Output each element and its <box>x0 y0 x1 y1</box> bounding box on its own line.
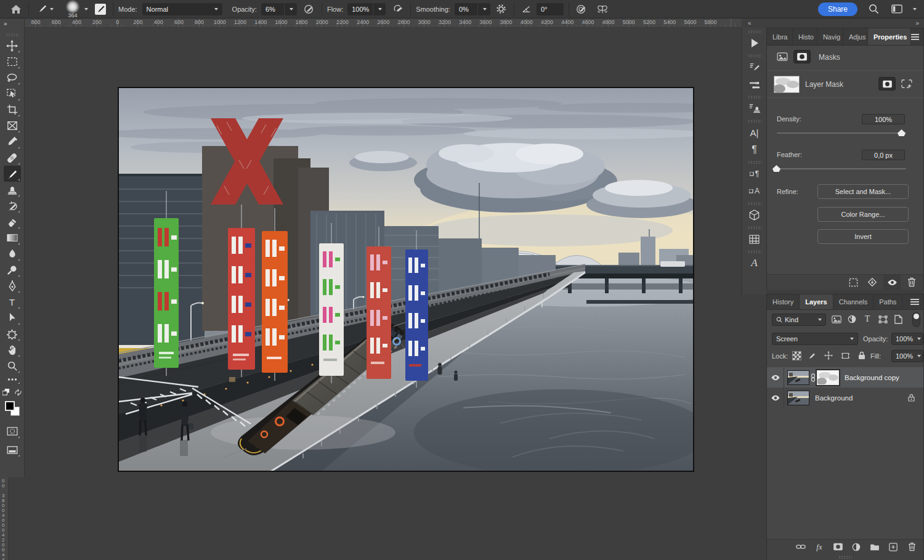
share-button[interactable]: Share <box>818 2 857 16</box>
layer-style-fx-icon[interactable]: fx <box>814 542 825 553</box>
tool-gradient[interactable] <box>4 230 21 246</box>
layer-row-background[interactable]: Background <box>767 388 923 408</box>
mask-link-chain-icon[interactable] <box>811 373 816 382</box>
paint-symmetry-butterfly-icon[interactable] <box>595 2 610 17</box>
filter-toggle-switch[interactable] <box>912 312 920 327</box>
tool-rectangular-marquee[interactable] <box>4 54 21 70</box>
tool-blur[interactable] <box>4 246 21 262</box>
smoothing-options-gear-icon[interactable] <box>494 2 509 17</box>
brush-tool-preset-icon[interactable] <box>34 2 49 17</box>
tool-pen[interactable] <box>4 278 21 294</box>
load-selection-from-mask-icon[interactable] <box>848 277 859 288</box>
foreground-background-swatches[interactable] <box>5 401 20 416</box>
smoothing-select[interactable]: 0% <box>455 3 490 15</box>
workspace-switcher-icon[interactable] <box>890 2 904 17</box>
home-icon[interactable] <box>9 2 23 17</box>
layer-visibility-eye-icon[interactable] <box>767 388 784 408</box>
tool-custom-shape[interactable] <box>4 326 21 342</box>
clone-source-panel-icon[interactable] <box>745 100 764 117</box>
glyphs-grid-panel-icon[interactable] <box>745 230 764 248</box>
feather-slider-handle[interactable] <box>772 165 780 172</box>
tool-move[interactable] <box>4 38 21 54</box>
blend-mode-select[interactable]: Screen <box>772 333 858 345</box>
panel-resize-strip[interactable] <box>767 554 923 560</box>
collapse-panels-right-icon[interactable]: » <box>915 20 919 26</box>
flow-select[interactable]: 100% <box>347 3 386 15</box>
foreground-color-swatch[interactable] <box>5 401 15 411</box>
lock-artboard-icon[interactable] <box>840 350 851 361</box>
brush-settings-panel-toggle[interactable] <box>93 2 108 17</box>
glyphs-panel-icon[interactable]: A <box>745 254 764 272</box>
tool-lasso[interactable] <box>4 70 21 86</box>
tool-brush[interactable] <box>4 166 21 182</box>
brush-settings-panel-icon[interactable] <box>745 59 764 76</box>
tool-hand[interactable] <box>4 342 21 358</box>
collapse-panels-left-icon[interactable]: « <box>748 20 752 26</box>
airbrush-icon[interactable] <box>391 2 405 17</box>
density-slider-track[interactable] <box>777 132 906 134</box>
layer-name[interactable]: Background copy <box>845 374 899 381</box>
panel-menu-icon[interactable] <box>910 299 919 305</box>
layer-visibility-eye-icon[interactable] <box>767 367 784 388</box>
character-panel-icon[interactable]: A| <box>745 124 764 141</box>
enable-disable-mask-eye-icon[interactable] <box>883 275 901 290</box>
default-colors-icon[interactable] <box>2 389 10 396</box>
chevron-down-icon[interactable] <box>50 8 54 10</box>
link-layers-icon[interactable] <box>795 542 806 553</box>
actions-panel-icon[interactable] <box>745 34 764 52</box>
brush-angle-field[interactable]: 0° <box>537 3 564 15</box>
tab-layers[interactable]: Layers <box>800 294 833 309</box>
lock-all-icon[interactable] <box>856 350 867 361</box>
brushes-panel-icon[interactable] <box>745 76 764 93</box>
filter-adjustment-layers-icon[interactable] <box>846 314 857 325</box>
canvas-pasteboard[interactable] <box>25 28 742 560</box>
tab-adjustments[interactable]: Adjus <box>843 28 868 45</box>
new-layer-icon[interactable] <box>888 542 899 553</box>
select-and-mask-button[interactable]: Select and Mask... <box>817 184 909 199</box>
tab-history[interactable]: History <box>767 294 800 309</box>
opacity-select[interactable]: 6% <box>261 3 297 15</box>
tool-crop[interactable] <box>4 102 21 118</box>
filter-pixel-layers-icon[interactable] <box>831 314 842 325</box>
tool-clone-stamp[interactable] <box>4 182 21 198</box>
canvas-photo[interactable] <box>118 87 694 471</box>
density-slider-handle[interactable] <box>898 129 906 136</box>
layer-filter-kind-select[interactable]: Kind <box>772 314 826 326</box>
paragraph-panel-icon[interactable]: ¶ <box>745 141 764 158</box>
lock-position-icon[interactable] <box>823 350 834 361</box>
tool-path-selection[interactable] <box>4 310 21 326</box>
tab-histogram[interactable]: Histo <box>793 28 817 45</box>
add-layer-mask-icon[interactable] <box>832 542 843 553</box>
tool-healing-brush[interactable] <box>4 150 21 166</box>
invert-button[interactable]: Invert <box>817 229 909 244</box>
filter-shape-layers-icon[interactable] <box>877 314 888 325</box>
tab-properties[interactable]: Properties <box>868 28 911 45</box>
tool-history-brush[interactable] <box>4 198 21 214</box>
paragraph-styles-panel-icon[interactable]: ¶ <box>745 165 764 182</box>
chevron-down-icon[interactable] <box>913 8 917 10</box>
search-icon[interactable] <box>866 2 881 17</box>
toolbar-expand-chevrons[interactable]: » <box>4 20 7 27</box>
chevron-down-icon[interactable] <box>84 8 88 10</box>
pressure-size-icon[interactable] <box>574 2 589 17</box>
tool-dodge[interactable] <box>4 262 21 278</box>
color-range-button[interactable]: Color Range... <box>817 207 909 222</box>
panel-menu-icon[interactable] <box>911 34 919 40</box>
3d-panel-icon[interactable] <box>745 206 764 224</box>
mask-mode-icon[interactable] <box>879 78 895 90</box>
feather-slider-track[interactable] <box>777 168 906 169</box>
blend-mode-select[interactable]: Normal <box>142 3 222 15</box>
layer-mask-thumbnail[interactable] <box>774 76 799 92</box>
lock-image-pixels-icon[interactable] <box>806 350 817 361</box>
mask-properties-button[interactable] <box>794 51 810 63</box>
delete-layer-trash-icon[interactable] <box>906 542 917 553</box>
quick-mask-mode-button[interactable] <box>4 423 21 439</box>
layer-thumbnail[interactable] <box>788 391 809 405</box>
character-styles-panel-icon[interactable]: A <box>745 182 764 200</box>
layers-opacity-select[interactable]: 100% <box>891 333 923 345</box>
new-adjustment-layer-icon[interactable] <box>851 542 862 553</box>
layer-row-background-copy[interactable]: Background copy <box>767 367 923 388</box>
pixel-layer-properties-button[interactable] <box>774 51 790 63</box>
layer-thumbnail[interactable] <box>788 371 809 384</box>
new-group-folder-icon[interactable] <box>869 542 880 553</box>
